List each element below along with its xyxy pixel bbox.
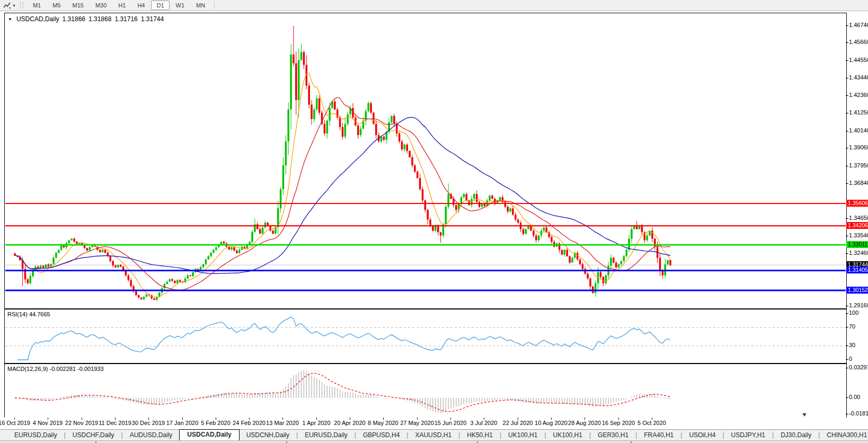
chart-tab-dj30-daily[interactable]: DJ30,Daily <box>774 430 818 440</box>
candle-body <box>212 250 215 253</box>
price-badge: 1.35606 <box>846 200 868 207</box>
timeframe-button-m15[interactable]: M15 <box>67 1 89 10</box>
candle-body <box>411 157 413 165</box>
candle-body <box>566 250 568 256</box>
price-badge: 1.33011 <box>846 241 868 248</box>
axis-tick <box>846 253 848 254</box>
chart-tab-usdcad-daily[interactable]: USDCAD,Daily <box>179 429 239 440</box>
chart-tab-fra40-h1[interactable]: FRA40,H1 <box>637 430 680 440</box>
chart-tab-usoil-h4[interactable]: USOil,H4 <box>682 430 722 440</box>
candle-body <box>515 215 517 219</box>
candle-body <box>200 267 202 270</box>
candle-body <box>114 265 117 268</box>
rsi-label: RSI(14) 44.7665 <box>7 311 50 317</box>
candle-body <box>589 279 591 287</box>
date-axis-label: 5 Feb 2020 <box>201 420 231 426</box>
chart-tab-uk100-h1[interactable]: UK100,H1 <box>501 430 544 440</box>
date-axis[interactable]: 16 Oct 20194 Nov 201922 Nov 201911 Dec 2… <box>4 418 868 429</box>
timeframe-button-h1[interactable]: H1 <box>113 1 131 10</box>
axis-tick <box>846 306 848 306</box>
main-price-panel[interactable]: ▼ USDCAD,Daily 1.31866 1.31868 1.31716 1… <box>4 13 847 309</box>
candle-body <box>429 219 431 226</box>
chart-tab-ger30-h1[interactable]: GER30,H1 <box>591 430 635 440</box>
candle-body <box>491 196 493 199</box>
candle-body <box>143 297 145 299</box>
candle-body <box>538 235 540 240</box>
candle-body <box>205 260 207 264</box>
candle-body <box>303 52 305 65</box>
chart-tab-usdjpy-h1[interactable]: USDJPY,H1 <box>724 430 772 440</box>
chart-tab-uk100-h1[interactable]: UK100,H1 <box>546 430 589 440</box>
rsi-chart-canvas[interactable] <box>5 309 846 363</box>
timeframe-button-h4[interactable]: H4 <box>132 1 150 10</box>
timeframe-button-d1[interactable]: D1 <box>151 1 169 10</box>
candle-body <box>88 247 91 251</box>
timeframe-button-m30[interactable]: M30 <box>90 1 112 10</box>
candles <box>14 26 671 302</box>
chart-tab-audusd-daily[interactable]: AUDUSD,Daily <box>123 430 180 440</box>
ohlc-open: 1.31866 <box>63 15 85 23</box>
chart-tab-eurusd-daily[interactable]: EURUSD,Daily <box>7 430 64 440</box>
candle-body <box>445 207 447 224</box>
candle-body <box>120 265 122 267</box>
candle-body <box>45 264 47 267</box>
axis-tick <box>846 218 848 219</box>
timeframe-button-m5[interactable]: M5 <box>47 1 66 10</box>
chart-tab-hk50-h1[interactable]: HK50,H1 <box>460 430 500 440</box>
toolbar-grip-handle[interactable] <box>20 2 23 8</box>
candle-body <box>476 194 478 202</box>
chart-tools-button[interactable]: ▼ <box>2 1 17 10</box>
macd-chart-canvas[interactable] <box>5 364 846 418</box>
rsi-axis-label: 70 <box>849 323 855 330</box>
candle-body <box>318 99 321 113</box>
rsi-indicator-panel[interactable]: RSI(14) 44.7665 <box>4 309 847 364</box>
date-axis-label: 30 Dec 2019 <box>132 420 165 426</box>
axis-tick <box>846 25 848 26</box>
candle-body <box>625 250 627 256</box>
chart-shift-marker[interactable] <box>802 413 807 417</box>
chart-title-expander-icon[interactable]: ▼ <box>8 17 12 22</box>
date-axis-label: 24 Feb 2020 <box>233 420 265 426</box>
timeframe-button-mn[interactable]: MN <box>191 1 210 10</box>
candle-body <box>342 127 344 137</box>
macd-indicator-panel[interactable]: MACD(12,26,9) -0.002281 -0.001933 <box>4 364 847 418</box>
chart-tab-usdcnh-daily[interactable]: USDCNH,Daily <box>240 430 296 440</box>
axis-tick <box>846 183 848 184</box>
chart-tab-eurusd-daily[interactable]: EURUSD,Daily <box>298 430 355 440</box>
candle-body <box>466 194 468 200</box>
price-axis-label: 1.45660 <box>849 39 868 45</box>
chart-tab-usdchf-daily[interactable]: USDCHF,Daily <box>66 430 121 440</box>
candle-body <box>70 238 73 240</box>
candle-body <box>128 276 130 280</box>
candle-body <box>393 116 395 124</box>
price-badge: 1.30152 <box>846 287 868 294</box>
candle-body <box>631 229 633 238</box>
candle-body <box>375 124 377 135</box>
chart-tab-china300-h1[interactable]: CHINA300,H1 <box>820 430 868 440</box>
chart-tab-xauusd-h1[interactable]: XAUUSD,H1 <box>408 430 458 440</box>
candle-body <box>244 247 246 249</box>
price-axis-label: 1.33540 <box>849 232 868 238</box>
axis-tick <box>846 368 848 368</box>
candle-body <box>14 253 16 255</box>
ohlc-high: 1.31868 <box>88 15 111 23</box>
candle-body <box>373 113 375 124</box>
timeframe-button-m1[interactable]: M1 <box>28 1 46 10</box>
candle-body <box>360 129 362 135</box>
axis-tick <box>846 60 848 61</box>
chart-tab-gbpusd-h4[interactable]: GBPUSD,H4 <box>356 430 406 440</box>
candle-body <box>125 271 127 276</box>
price-chart-canvas[interactable] <box>5 13 846 308</box>
candle-body <box>396 124 398 134</box>
candle-body <box>646 235 648 240</box>
macd-histogram <box>15 370 670 413</box>
timeframe-button-w1[interactable]: W1 <box>171 1 190 10</box>
candle-body <box>285 141 287 165</box>
candle-body <box>551 237 553 242</box>
candle-body <box>259 229 261 233</box>
candle-body <box>63 245 65 247</box>
candle-body <box>623 256 625 261</box>
date-axis-label: 5 Oct 2020 <box>637 420 666 426</box>
chart-tools-icon <box>3 2 11 9</box>
candle-body <box>543 227 545 231</box>
